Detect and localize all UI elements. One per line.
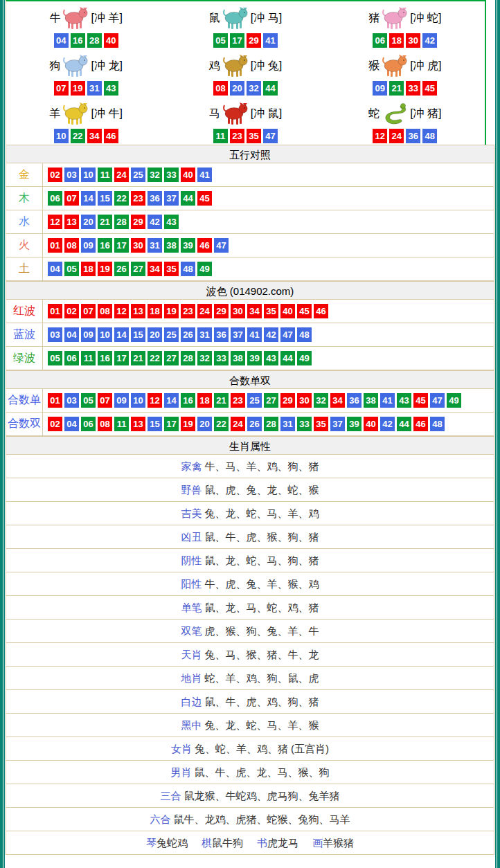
lottery-number-ball: 21: [214, 393, 229, 408]
row-label: 红波: [6, 300, 43, 323]
lottery-number-ball: 28: [264, 417, 278, 431]
lottery-number-ball: 18: [81, 262, 96, 276]
attribute-value: 鼠、虎、兔、龙、蛇、猴: [205, 484, 319, 496]
lottery-number-ball: 44: [397, 417, 411, 431]
lottery-number-ball: 32: [148, 168, 162, 182]
zodiac-name: 鸡: [209, 59, 220, 73]
lottery-number-ball: 11: [81, 351, 96, 365]
section-title-shengxiao: 生肖属性: [6, 436, 494, 455]
zodiac-clash-label: [冲 蛇]: [410, 11, 441, 26]
lottery-number-ball: 45: [297, 304, 312, 318]
right-accent-bar: [495, 0, 500, 868]
lottery-number-ball: 46: [197, 238, 212, 253]
attribute-value: 虎、猴、狗、兔、羊、牛: [205, 625, 319, 637]
attribute-value: 蛇、羊、鸡、狗、鼠、虎: [205, 672, 319, 684]
lottery-number-ball: 07: [81, 304, 96, 318]
attribute-segment: 棋鼠牛狗: [202, 837, 243, 849]
lottery-number-ball: 30: [406, 33, 420, 48]
lottery-number-ball: 20: [197, 417, 212, 431]
lottery-number-ball: 23: [131, 191, 145, 206]
attribute-value: 鼠、牛、虎、鸡、狗、猪: [205, 696, 319, 707]
lottery-number-ball: 24: [389, 129, 404, 143]
lottery-number-ball: 30: [131, 238, 145, 253]
lottery-number-ball: 19: [71, 81, 85, 96]
wuxing-row: 土04051819262734354849: [6, 257, 494, 281]
lottery-number-ball: 29: [214, 304, 229, 318]
lottery-number-ball: 23: [231, 393, 245, 408]
lottery-number-ball: 19: [98, 262, 112, 276]
row-numbers: 02031011242532334041: [43, 163, 212, 186]
lottery-number-ball: 03: [64, 168, 79, 182]
lottery-number-ball: 18: [148, 304, 162, 318]
attribute-row: 天肖兔、马、猴、猪、牛、龙: [6, 643, 494, 667]
lottery-number-ball: 28: [87, 33, 102, 48]
lottery-number-ball: 10: [98, 327, 112, 342]
lottery-number-ball: 29: [247, 33, 261, 48]
attribute-label: 女肖: [171, 743, 192, 754]
zodiac-clash-label: [冲 羊]: [91, 11, 122, 26]
zodiac-numbers: 05172941: [213, 33, 278, 48]
lottery-number-ball: 12: [148, 393, 162, 408]
attribute-row: 黑中兔、龙、蛇、马、羊、猴: [6, 714, 494, 737]
lottery-number-ball: 37: [330, 417, 345, 431]
lottery-number-ball: 31: [280, 417, 295, 431]
lottery-number-ball: 41: [247, 327, 262, 342]
row-label-text: 蓝波: [13, 327, 35, 342]
lottery-number-ball: 48: [297, 327, 312, 342]
dog-icon: [61, 53, 90, 79]
zodiac-name: 蛇: [368, 107, 380, 121]
lottery-number-ball: 07: [64, 191, 79, 206]
attribute-value: 羊猴猪: [323, 837, 354, 849]
lottery-number-ball: 19: [164, 304, 179, 318]
lottery-number-ball: 29: [280, 393, 295, 408]
lottery-number-ball: 26: [181, 327, 195, 342]
zodiac-numbers: 12243648: [373, 129, 437, 143]
zodiac-name: 羊: [49, 107, 60, 121]
row-label: 火: [6, 234, 43, 257]
row-numbers: 0103050709101214161821232527293032343638…: [43, 389, 461, 412]
lottery-number-ball: 42: [380, 417, 395, 431]
lottery-number-ball: 36: [214, 327, 229, 342]
lottery-number-ball: 24: [197, 304, 212, 318]
attribute-label: 双笔: [181, 625, 202, 637]
attribute-label: 黑中: [181, 719, 202, 731]
lottery-number-ball: 30: [231, 304, 245, 318]
lottery-number-ball: 03: [48, 327, 62, 342]
zodiac-cell: 蛇[冲 猪]12243648: [325, 97, 485, 145]
lottery-number-ball: 35: [264, 304, 278, 318]
lottery-number-ball: 38: [364, 393, 378, 408]
lottery-number-ball: 10: [81, 168, 96, 182]
lottery-number-ball: 48: [422, 129, 437, 143]
zodiac-name: 马: [209, 107, 220, 121]
lottery-number-ball: 44: [181, 191, 195, 206]
lottery-number-ball: 12: [114, 304, 129, 318]
left-accent-bar: [0, 0, 5, 868]
lottery-number-ball: 08: [98, 304, 112, 318]
row-numbers: 0204060811131517192022242628313335373940…: [43, 413, 445, 435]
attribute-segment: 书虎龙马: [257, 837, 298, 849]
lottery-number-ball: 15: [148, 417, 162, 431]
zodiac-cell-title: 牛[冲 羊]: [49, 4, 122, 32]
lottery-number-ball: 31: [87, 81, 102, 96]
lottery-number-ball: 11: [114, 417, 129, 431]
section-title-heshu: 合数单双: [6, 370, 494, 389]
lottery-number-ball: 42: [264, 327, 278, 342]
attribute-value: 虎龙马: [267, 837, 298, 849]
attribute-row: 阳性牛、虎、兔、羊、猴、鸡: [6, 572, 494, 596]
lottery-number-ball: 46: [104, 129, 118, 143]
lottery-number-ball: 18: [389, 33, 404, 48]
lottery-number-ball: 02: [64, 304, 79, 318]
lottery-number-ball: 11: [98, 168, 112, 182]
lottery-number-ball: 02: [48, 168, 62, 182]
lottery-number-ball: 49: [197, 262, 212, 276]
lottery-number-ball: 32: [314, 393, 328, 408]
row-label: 合数单: [6, 389, 43, 412]
row-label-text: 红波: [13, 304, 35, 318]
lottery-number-ball: 35: [247, 129, 261, 143]
attribute-value: 鼠牛、龙鸡、虎猪、蛇猴、兔狗、马羊: [174, 813, 350, 825]
lottery-number-ball: 46: [314, 304, 328, 318]
attribute-row: 家禽牛、马、羊、鸡、狗、猪: [6, 455, 494, 478]
attribute-row: 双笔虎、猴、狗、兔、羊、牛: [6, 620, 494, 643]
lottery-number-ball: 34: [330, 393, 345, 408]
lottery-number-ball: 13: [131, 417, 145, 431]
